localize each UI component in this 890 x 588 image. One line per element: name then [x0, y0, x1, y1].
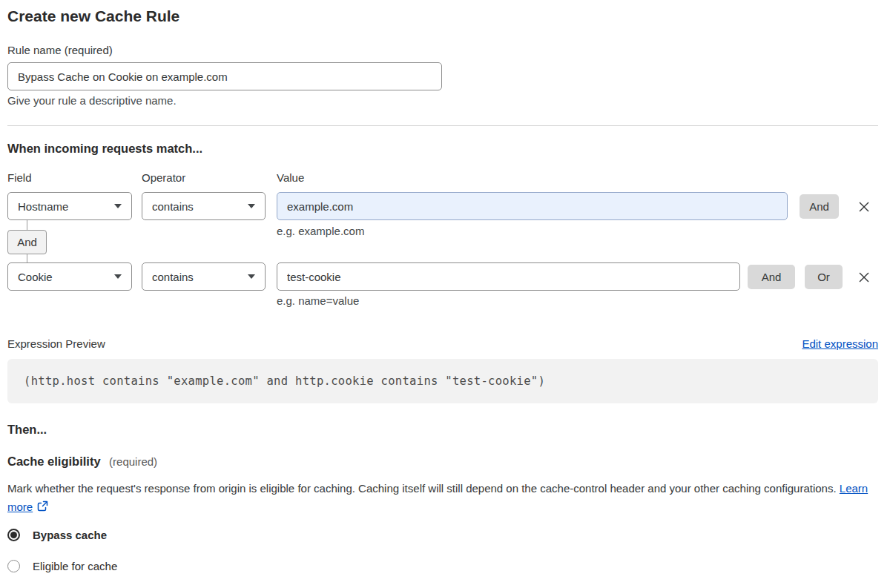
row1-operator-select-value: contains	[152, 200, 194, 213]
cache-eligibility-description: Mark whether the request's response from…	[7, 479, 869, 518]
close-icon	[857, 271, 871, 284]
radio-unselected-icon[interactable]	[7, 560, 20, 572]
external-link-icon	[36, 499, 48, 518]
radio-option-bypass-cache[interactable]: Bypass cache	[7, 529, 107, 541]
column-label-value: Value	[277, 171, 304, 184]
description-text: Mark whether the request's response from…	[7, 482, 837, 495]
chevron-down-icon	[248, 204, 255, 208]
radio-selected-icon[interactable]	[7, 529, 20, 541]
radio-option-eligible-for-cache[interactable]: Eligible for cache	[7, 560, 117, 572]
row2-value-hint: e.g. name=value	[277, 294, 359, 307]
radio-bypass-label: Bypass cache	[33, 529, 107, 541]
row1-value-hint: e.g. example.com	[277, 225, 364, 237]
section-divider	[7, 125, 878, 126]
rule-name-helper: Give your rule a descriptive name.	[7, 94, 177, 107]
radio-eligible-label: Eligible for cache	[33, 560, 117, 572]
row2-operator-select-value: contains	[152, 271, 194, 283]
row1-and-button[interactable]: And	[800, 194, 839, 219]
expression-preview-label: Expression Preview	[7, 337, 105, 350]
row1-remove-button[interactable]	[856, 199, 872, 215]
then-heading: Then...	[7, 423, 47, 437]
row1-field-select[interactable]: Hostname	[7, 192, 132, 220]
chevron-down-icon	[114, 274, 122, 279]
row2-field-select-value: Cookie	[18, 271, 53, 283]
row1-operator-select[interactable]: contains	[142, 192, 266, 220]
close-icon	[857, 200, 871, 214]
required-note: (required)	[109, 455, 157, 468]
match-heading: When incoming requests match...	[7, 142, 202, 156]
chevron-down-icon	[248, 274, 255, 279]
column-label-operator: Operator	[142, 171, 185, 184]
expression-preview-code: (http.host contains "example.com" and ht…	[7, 359, 878, 403]
chevron-down-icon	[114, 204, 122, 208]
connector-and-button[interactable]: And	[7, 230, 47, 254]
column-label-field: Field	[7, 171, 32, 184]
cache-eligibility-heading-row: Cache eligibility (required)	[7, 455, 157, 469]
row2-field-select[interactable]: Cookie	[7, 262, 132, 291]
page-title: Create new Cache Rule	[7, 7, 179, 25]
row2-value-input[interactable]	[277, 262, 740, 291]
row2-and-button[interactable]: And	[748, 265, 795, 289]
rule-name-label: Rule name (required)	[7, 44, 113, 56]
row2-or-button[interactable]: Or	[805, 265, 843, 289]
cache-eligibility-heading: Cache eligibility	[7, 455, 101, 468]
row1-field-select-value: Hostname	[18, 200, 68, 213]
row2-operator-select[interactable]: contains	[142, 262, 266, 291]
row2-remove-button[interactable]	[856, 269, 872, 285]
edit-expression-link[interactable]: Edit expression	[802, 337, 878, 350]
rule-name-input[interactable]	[7, 62, 442, 90]
row1-value-input[interactable]	[277, 192, 788, 220]
expression-code-text: (http.host contains "example.com" and ht…	[24, 374, 545, 388]
